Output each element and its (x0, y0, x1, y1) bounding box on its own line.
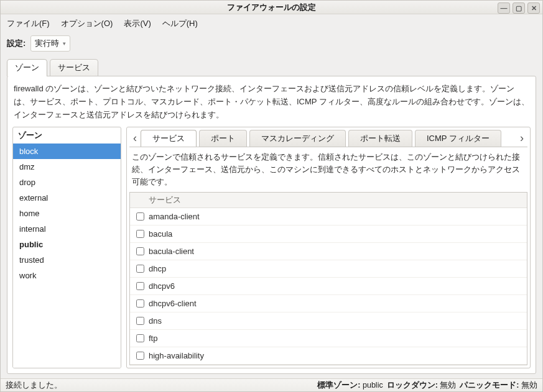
service-checkbox[interactable] (136, 352, 144, 360)
services-description: このゾーンで信頼されるサービスを定義できます。信頼されたサービスは、このゾーンと… (129, 147, 527, 192)
menubar: ファイル(F) オプション(O) 表示(V) ヘルプ(H) (1, 14, 542, 33)
menu-file[interactable]: ファイル(F) (7, 18, 50, 29)
service-checkbox[interactable] (136, 212, 144, 221)
service-name: bacula-client (149, 247, 194, 256)
tabs-scroll-left[interactable]: ‹ (129, 132, 141, 145)
tab-services[interactable]: サービス (50, 59, 98, 76)
zone-item[interactable]: public (13, 237, 121, 252)
tabs-scroll-right[interactable]: › (516, 132, 527, 145)
service-name: bacula (149, 229, 172, 239)
config-mode-value: 実行時 (35, 38, 59, 49)
minimize-button[interactable]: — (498, 2, 510, 14)
service-name: dns (149, 316, 162, 326)
service-name: high-availability (149, 351, 204, 360)
status-default-zone: 標準ゾーン: public (317, 380, 383, 391)
services-table-header: サービス (130, 193, 527, 208)
tab-zone-ports[interactable]: ポート (199, 130, 247, 147)
services-table: サービス amanda-clientbaculabacula-clientdhc… (129, 192, 527, 365)
chevron-down-icon: ▾ (63, 40, 66, 47)
status-lockdown-value: 無効 (440, 381, 456, 390)
service-name: ftp (149, 334, 157, 343)
service-checkbox[interactable] (136, 230, 144, 238)
service-name: amanda-client (149, 212, 200, 221)
service-row[interactable]: amanda-client (130, 208, 527, 226)
service-row[interactable]: ftp (130, 330, 527, 347)
status-panic-label: パニックモード: (460, 381, 519, 390)
inner-tabstrip: ‹ サービス ポート マスカレーディング ポート転送 ICMP フィルター › (129, 130, 527, 147)
window-titlebar: ファイアウォールの設定 — ▢ ✕ (1, 1, 542, 14)
menu-option[interactable]: オプション(O) (61, 18, 113, 29)
service-checkbox[interactable] (136, 299, 144, 308)
zone-item[interactable]: trusted (13, 252, 121, 268)
zone-item[interactable]: external (13, 190, 121, 206)
service-row[interactable]: high-availability (130, 347, 527, 365)
zone-item[interactable]: work (13, 268, 121, 283)
window-title: ファイアウォールの設定 (1, 2, 542, 13)
zone-item[interactable]: internal (13, 221, 121, 237)
service-name: dhcp (149, 264, 166, 273)
service-row[interactable]: dhcpv6-client (130, 295, 527, 312)
zones-description: firewalld のゾーンは、ゾーンと結びついたネットワーク接続、インターフェ… (12, 81, 531, 126)
zone-item[interactable]: drop (13, 175, 121, 190)
service-checkbox[interactable] (136, 247, 144, 255)
tab-zones[interactable]: ゾーン (7, 59, 47, 76)
config-label: 設定: (7, 38, 26, 49)
zone-item[interactable]: home (13, 206, 121, 221)
service-checkbox[interactable] (136, 282, 144, 290)
service-checkbox[interactable] (136, 265, 144, 273)
zones-split: ゾーン blockdmzdropexternalhomeinternalpubl… (12, 127, 531, 368)
service-row[interactable]: dhcpv6 (130, 278, 527, 295)
service-row[interactable]: dns (130, 312, 527, 330)
service-checkbox[interactable] (136, 334, 144, 342)
zone-list[interactable]: blockdmzdropexternalhomeinternalpublictr… (13, 144, 121, 368)
menu-view[interactable]: 表示(V) (124, 18, 151, 29)
statusbar: 接続しました。 標準ゾーン: public ロックダウン: 無効 パニックモード… (1, 378, 542, 391)
maximize-button[interactable]: ▢ (513, 2, 525, 14)
status-lockdown-label: ロックダウン: (387, 381, 438, 390)
status-lockdown: ロックダウン: 無効 (387, 380, 457, 391)
zone-list-panel: ゾーン blockdmzdropexternalhomeinternalpubl… (12, 127, 121, 368)
service-name: dhcpv6 (149, 281, 175, 291)
service-row[interactable]: dhcp (130, 260, 527, 278)
tab-zone-icmp[interactable]: ICMP フィルター (415, 130, 501, 147)
status-panic: パニックモード: 無効 (460, 380, 537, 391)
status-default-zone-label: 標準ゾーン: (317, 381, 360, 390)
status-connected: 接続しました。 (6, 380, 313, 391)
config-mode-combo[interactable]: 実行時 ▾ (30, 35, 70, 52)
zone-item[interactable]: block (13, 144, 121, 159)
service-checkbox[interactable] (136, 317, 144, 325)
outer-tabstrip: ゾーン サービス (1, 59, 542, 76)
services-name-column: サービス (149, 194, 181, 206)
service-name: dhcpv6-client (149, 299, 197, 308)
zone-list-header: ゾーン (13, 127, 121, 144)
tab-zone-services[interactable]: サービス (141, 130, 197, 147)
status-panic-value: 無効 (521, 381, 537, 390)
tab-zone-masquerade[interactable]: マスカレーディング (249, 130, 346, 147)
service-row[interactable]: bacula (130, 226, 527, 243)
close-button[interactable]: ✕ (527, 2, 540, 14)
zones-page: firewalld のゾーンは、ゾーンと結びついたネットワーク接続、インターフェ… (7, 76, 536, 374)
config-row: 設定: 実行時 ▾ (1, 33, 542, 59)
menu-help[interactable]: ヘルプ(H) (162, 18, 198, 29)
service-row[interactable]: bacula-client (130, 243, 527, 260)
tab-zone-forward[interactable]: ポート転送 (348, 130, 412, 147)
zone-detail-panel: ‹ サービス ポート マスカレーディング ポート転送 ICMP フィルター › … (126, 127, 531, 368)
zone-item[interactable]: dmz (13, 159, 121, 175)
status-default-zone-value: public (363, 381, 383, 390)
window-controls: — ▢ ✕ (498, 2, 540, 14)
